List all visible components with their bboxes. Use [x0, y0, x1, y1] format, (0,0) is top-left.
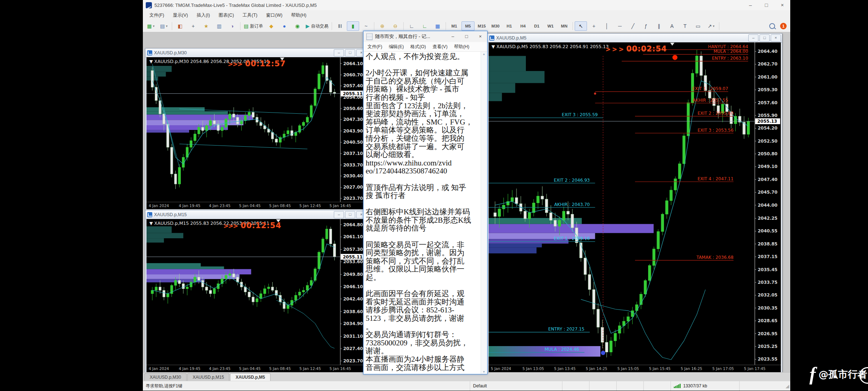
notepad-menu-item[interactable]: 格式(O) — [407, 44, 429, 50]
strategy-tester-button[interactable]: ◑ — [226, 21, 238, 31]
notepad-menu-item[interactable]: 查看(V) — [429, 44, 451, 50]
time-axis-label: 5 Jan 16:25 — [681, 366, 702, 371]
chart-canvas-m15[interactable]: ▼ XAUUSD.p,M15 2055.83 2056.22 2053.09 2… — [146, 219, 366, 372]
trendline-tool-button[interactable]: ╱ — [627, 21, 639, 31]
window-close-button[interactable]: × — [771, 34, 781, 42]
window-minimize-button[interactable]: – — [748, 34, 758, 42]
notification-badge[interactable]: 1 — [780, 23, 787, 29]
notepad-text-line: 交易员沟通请到钉钉群号： — [366, 331, 480, 339]
status-profile[interactable]: Default — [473, 383, 487, 388]
indicator-list-button[interactable]: ∟ — [418, 21, 431, 31]
timeframe-m1-button[interactable]: M1 — [448, 21, 461, 31]
notepad-menu-item[interactable]: 编辑(E) — [386, 44, 407, 50]
autotrading-button[interactable]: ▶自动交易 — [304, 21, 330, 31]
chevron-down-icon[interactable]: ▾ — [713, 24, 715, 28]
timeframe-w1-button[interactable]: W1 — [544, 21, 557, 31]
chart-canvas-m30[interactable]: ▼ XAUUSD.p,M30 2054.86 2056.28 2052.07 2… — [146, 57, 366, 209]
notepad-close-button[interactable]: × — [473, 31, 487, 42]
profiles-button[interactable]: ▤▾ — [158, 21, 170, 31]
chart-tab-xauusd-p-m30[interactable]: XAUUSD.p,M30 — [144, 373, 187, 381]
notepad-minimize-button[interactable]: – — [446, 31, 460, 42]
tile-windows-button[interactable]: ▦ — [431, 21, 444, 31]
arrows-tool-button[interactable]: ↗▾ — [705, 21, 717, 31]
search-icon[interactable] — [769, 23, 775, 29]
level-label: EXIT 4 : 2047.11 — [698, 176, 733, 181]
timeframe-m5-button[interactable]: M5 — [461, 21, 475, 31]
notepad-maximize-button[interactable]: □ — [460, 31, 473, 42]
resize-grip[interactable]: ◢ — [786, 383, 789, 389]
text-tool-button[interactable]: A — [666, 21, 678, 31]
notepad-menu-item[interactable]: 帮助(H) — [451, 44, 472, 50]
timeframe-d1-button[interactable]: D1 — [530, 21, 543, 31]
window-minimize-button[interactable]: – — [334, 211, 344, 218]
app-menu-item[interactable]: 工具(T) — [238, 10, 262, 20]
navigator-button[interactable]: ★ — [200, 21, 212, 31]
scroll-down-icon[interactable]: ▾ — [483, 370, 485, 374]
current-price-label: 2055.11 — [343, 255, 363, 260]
rectangle-tool-button[interactable]: ▭ — [692, 21, 704, 31]
data-window-button[interactable]: + — [187, 21, 199, 31]
community-button[interactable]: ● — [278, 21, 290, 31]
window-minimize-button[interactable]: – — [334, 49, 344, 56]
toolbar-separator — [446, 22, 446, 30]
signal-service-button[interactable]: ◉ — [291, 21, 303, 31]
timeframe-mn-button[interactable]: MN — [558, 21, 571, 31]
fibonacci-tool-button[interactable]: ƒ — [640, 21, 652, 31]
vertical-line-tool-button[interactable]: │ — [601, 21, 613, 31]
app-menu-item[interactable]: 帮助(H) — [287, 10, 311, 20]
price-chart[interactable]: 2064.802061.102057.302053.602049.802046.… — [146, 219, 366, 372]
notepad-titlebar[interactable]: 随市而安，顺其自行 - 记... – □ × — [363, 31, 487, 42]
label-tool-button[interactable]: T — [679, 21, 691, 31]
time-axis-label: 5 Jan 15:45 — [649, 366, 671, 371]
channel-tool-button[interactable]: ∥ — [653, 21, 665, 31]
scroll-up-icon[interactable]: ▴ — [483, 52, 485, 56]
app-menu-item[interactable]: 插入(I) — [192, 10, 214, 20]
line-chart-type-button[interactable]: ~ — [360, 21, 372, 31]
app-minimize-button[interactable]: – — [743, 0, 758, 10]
notepad-text-area[interactable]: 个人观点，不作为投资意见。 2小时公开课，如何快速建立属于自己的交易系统（纯小白… — [366, 52, 480, 374]
notepad-scrollbar[interactable]: ▴ ▾ — [481, 52, 487, 374]
new-chart-button[interactable]: ▦▾ — [145, 21, 157, 31]
price-chart[interactable]: 2064.102060.702057.402054.002050.602047.… — [146, 57, 366, 209]
app-close-button[interactable]: × — [774, 0, 790, 10]
cursor-tool-button[interactable]: ↖ — [575, 21, 587, 31]
data-window-icon: + — [192, 24, 195, 29]
timeframe-m15-button[interactable]: M15 — [475, 21, 488, 31]
bar-chart-type-button[interactable]: ⅡⅠ — [334, 21, 346, 31]
zoom-out-button[interactable]: ⊖ — [389, 21, 401, 31]
chart-tab-xauusd-p-m5[interactable]: XAUUSD.p,M5 — [230, 373, 270, 381]
chart-window-m15-titlebar[interactable]: XAUUSD.p,M15 – □ × — [145, 210, 367, 219]
chevron-down-icon[interactable]: ▾ — [153, 24, 155, 28]
price-axis-label: 2023.70 — [343, 196, 363, 201]
timeframe-h4-button[interactable]: H4 — [516, 21, 529, 31]
crosshair-tool-button[interactable]: + — [588, 21, 600, 31]
metaeditor-button[interactable]: ◆ — [265, 21, 277, 31]
chart-tab-xauusd-p-m15[interactable]: XAUUSD.p,M15 — [187, 373, 230, 381]
app-menu-item[interactable]: 显示(V) — [169, 10, 192, 20]
new-order-button[interactable]: ▤新订单 — [242, 21, 264, 31]
indicators-button[interactable]: ∟ — [405, 21, 418, 31]
level-label: ENTRY : 2027.15 — [548, 327, 584, 332]
chart-window-m30-titlebar[interactable]: XAUUSD.p,M30 – □ × — [145, 49, 367, 58]
chart-canvas-m5[interactable]: ▼ XAUUSD.p,M5 2055.83 2056.22 2054.91 20… — [489, 42, 781, 372]
app-menu-item[interactable]: 文件(F) — [145, 10, 169, 20]
volume-profile-bar — [489, 83, 515, 93]
chart-window-m5-titlebar[interactable]: XAUUSD.p,M5 – □ × — [488, 34, 782, 43]
window-restore-button[interactable]: □ — [345, 49, 355, 56]
timeframe-h1-button[interactable]: H1 — [503, 21, 516, 31]
timeframe-m30-button[interactable]: M30 — [489, 21, 502, 31]
market-watch-button[interactable]: ◧ — [174, 21, 186, 31]
app-titlebar[interactable]: 5237666: TMGM.TradeMax-Live5 - TradeMax … — [143, 0, 790, 10]
chevron-down-icon[interactable]: ▾ — [166, 24, 168, 28]
window-restore-button[interactable]: □ — [760, 34, 770, 42]
zoom-in-button[interactable]: ⊕ — [376, 21, 388, 31]
app-menu-item[interactable]: 窗口(W) — [262, 10, 287, 20]
candlestick-type-button[interactable]: ▮ — [347, 21, 359, 31]
horizontal-line-tool-button[interactable]: ─ — [614, 21, 626, 31]
window-restore-button[interactable]: □ — [345, 211, 355, 218]
app-menu-item[interactable]: 图表(C) — [214, 10, 238, 20]
notepad-menu-item[interactable]: 文件(F) — [364, 44, 386, 50]
terminal-button[interactable]: ▥ — [213, 21, 225, 31]
price-chart[interactable]: HANYUT : 2064.64MULA : 2064.00ENTRY : 20… — [489, 42, 781, 372]
app-restore-button[interactable]: □ — [758, 0, 774, 10]
